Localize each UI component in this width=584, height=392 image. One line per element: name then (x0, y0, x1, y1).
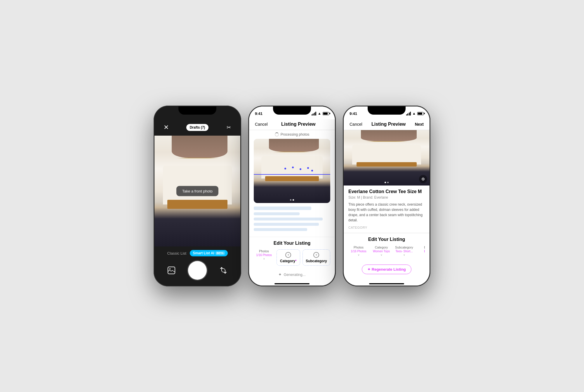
hair-3 (361, 130, 417, 141)
chain-3 (365, 141, 408, 142)
cancel-button-3[interactable]: Cancel (350, 122, 362, 127)
wifi-icon: ▲ (318, 111, 321, 116)
svg-point-3 (423, 179, 424, 180)
flip-camera-button[interactable] (218, 265, 229, 276)
tab-subcategory-3[interactable]: Subcategory Tees- Short... ∨ (394, 246, 414, 256)
skeleton-line-3 (254, 218, 323, 220)
tab-photos-2[interactable]: Photos 1/16 Photos ∨ (254, 249, 274, 266)
img-dot-2 (293, 199, 294, 201)
listing-description: This piece offers a classic crew neck, o… (348, 202, 425, 223)
tab-photos-chevron: ∨ (263, 257, 265, 260)
chain (176, 158, 219, 158)
category-circle-icon: + (285, 252, 291, 258)
x-icon: ✕ (164, 124, 169, 131)
tabs-row-2: Photos 1/16 Photos ∨ + Category* + Sub (254, 249, 330, 267)
phone1-screen: ✕ Drafts (7) ✂ (154, 106, 240, 286)
home-indicator-3 (344, 280, 430, 286)
tab-category-3[interactable]: Category Women Tops ∨ (371, 246, 392, 256)
flip-camera-icon (219, 266, 227, 274)
nav-header-2: Cancel Listing Preview (249, 119, 335, 130)
listing-image-container (254, 139, 330, 203)
phone-3: 9:41 ▲ (343, 106, 430, 286)
tab-category-2[interactable]: + Category* (277, 249, 300, 266)
generating-label: Generating... (284, 272, 305, 277)
camera-bottom: Classic List Smart List AI BETA (154, 246, 240, 286)
edit-listing-section-2: Edit Your Listing Photos 1/16 Photos ∨ +… (249, 237, 335, 269)
tab-photos-3[interactable]: Photos 1/16 Photos ∨ (348, 246, 369, 256)
smart-list-badge[interactable]: Smart List AI BETA (190, 250, 227, 256)
generating-row: ✦ Generating... (249, 269, 335, 280)
processing-spinner (275, 132, 279, 136)
tab-brand-3[interactable]: Br... Ev... ∨ (417, 246, 425, 256)
notch-3 (368, 106, 406, 115)
next-button-3[interactable]: Next (415, 122, 424, 127)
status-icons-2: ▲ (312, 111, 329, 116)
phones-container: ✕ Drafts (7) ✂ (154, 106, 430, 286)
phone-1: ✕ Drafts (7) ✂ (154, 106, 241, 286)
skeleton-line-5 (254, 228, 307, 231)
scan-dot-5 (311, 170, 313, 172)
gallery-button[interactable] (166, 265, 177, 276)
gallery-icon (167, 266, 175, 274)
svg-point-1 (169, 268, 171, 270)
drafts-button[interactable]: Drafts (7) (186, 124, 209, 131)
tab-category-label-2: Category* (280, 259, 297, 263)
camera-prompt: Take a front photo (176, 186, 218, 196)
shutter-button[interactable] (188, 261, 207, 280)
status-time-2: 9:41 (255, 111, 263, 116)
tab-photos-value-2: 1/16 Photos (256, 253, 272, 257)
home-bar-2 (274, 283, 310, 284)
tab-photos-chevron-3: ∨ (358, 253, 360, 256)
subcategory-circle-icon: + (313, 252, 319, 258)
tab-subcategory-chevron-3: ∨ (403, 253, 405, 256)
edit-listing-title-3: Edit Your Listing (348, 237, 425, 242)
listing-image-container-3 (344, 130, 430, 186)
notch-1 (178, 106, 216, 115)
close-button[interactable]: ✕ (160, 122, 172, 133)
classic-list-label: Classic List (167, 251, 186, 256)
tab-subcategory-label-2: Subcategory (306, 259, 327, 263)
tabs-row-3: Photos 1/16 Photos ∨ Category Women Tops… (348, 246, 425, 258)
listing-mode-row: Classic List Smart List AI BETA (154, 250, 240, 256)
camera-icon (421, 177, 425, 181)
battery-icon-3 (417, 112, 424, 115)
signal-icon (312, 112, 317, 116)
phone2-screen: 9:41 ▲ (249, 106, 335, 286)
scan-line (254, 174, 330, 175)
image-dots-3 (385, 182, 389, 183)
phone-2: 9:41 ▲ (248, 106, 336, 286)
scan-dot-1 (284, 168, 286, 169)
svg-rect-0 (168, 267, 175, 274)
nav-header-3: Cancel Listing Preview Next (344, 119, 430, 130)
tab-brand-value-3: Ev... (424, 250, 425, 253)
cancel-button-2[interactable]: Cancel (255, 122, 268, 127)
skeleton-line-1 (254, 206, 311, 210)
regenerate-listing-button[interactable]: ✦ Regenerate Listing (362, 265, 411, 274)
category-label: CATEGORY (348, 226, 425, 229)
camera-prompt-text: Take a front photo (182, 189, 213, 193)
hair-2 (269, 139, 319, 152)
img-dot-3-2 (387, 182, 389, 183)
home-indicator-2 (249, 280, 335, 286)
skeleton-line-4 (254, 223, 319, 226)
tab-photos-label-3: Photos (354, 246, 364, 249)
signal-icon-3 (406, 112, 411, 116)
tab-photos-label-2: Photos (259, 249, 269, 253)
tab-brand-label-3: Br... (424, 246, 425, 249)
scissors-button[interactable]: ✂ (223, 122, 234, 133)
scroll-area-3[interactable]: Everlane Cotton Crew Tee Size M Size: M … (344, 130, 430, 280)
img-dot-1 (290, 199, 291, 201)
camera-header: ✕ Drafts (7) ✂ (154, 119, 240, 136)
edit-photo-icon[interactable] (419, 175, 427, 183)
tab-subcategory-label-3: Subcategory (395, 246, 413, 249)
tee-3 (352, 145, 421, 164)
regen-row: ✦ Regenerate Listing (344, 260, 430, 280)
beta-badge: BETA (215, 251, 225, 255)
hair (172, 136, 227, 158)
tab-subcategory-2[interactable]: + Subcategory (303, 249, 330, 266)
processing-label: Processing photos (281, 132, 310, 136)
listing-preview-title-2: Listing Preview (281, 122, 315, 127)
listing-meta: Size: M | Brand: Everlane (348, 195, 425, 200)
phone3-screen: 9:41 ▲ (344, 106, 430, 286)
skeleton-area (249, 203, 335, 237)
